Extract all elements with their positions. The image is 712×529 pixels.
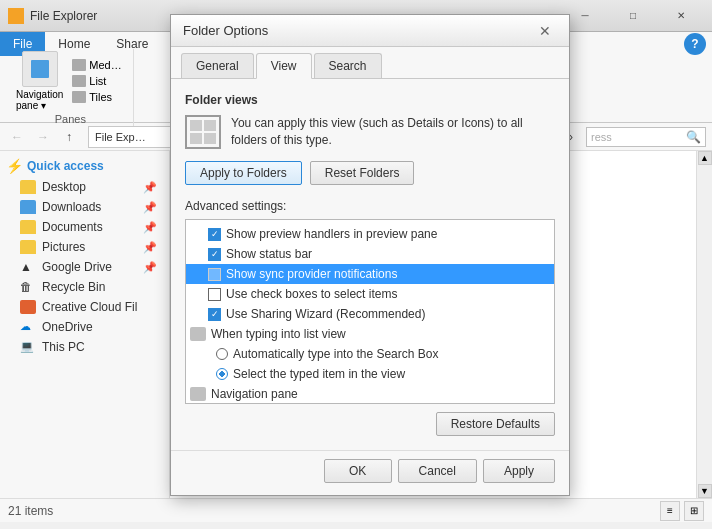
setting-label: Show status bar (226, 247, 312, 261)
radio-select-typed-item[interactable] (216, 368, 228, 380)
checkbox-show-status-bar[interactable] (208, 248, 221, 261)
radio-auto-type-search[interactable] (216, 348, 228, 360)
dialog-footer: OK Cancel Apply (171, 450, 569, 495)
setting-label: Show preview handlers in preview pane (226, 227, 437, 241)
folder-views-description: You can apply this view (such as Details… (231, 115, 555, 149)
sidebar-item-label: Pictures (42, 240, 85, 254)
sidebar-item-label: Documents (42, 220, 103, 234)
pictures-folder-icon (20, 240, 36, 254)
dialog-titlebar: Folder Options ✕ (171, 15, 569, 47)
setting-show-status-bar[interactable]: Show status bar (186, 244, 554, 264)
checkbox-use-checkboxes[interactable] (208, 288, 221, 301)
folder-view-buttons: Apply to Folders Reset Folders (185, 161, 555, 185)
tiles-btn[interactable]: Tiles (69, 90, 124, 104)
grid-cell-3 (190, 133, 202, 144)
up-button[interactable]: ↑ (58, 126, 80, 148)
setting-label: Select the typed item in the view (233, 367, 405, 381)
search-icon[interactable]: 🔍 (686, 130, 701, 144)
folder-views-icon (185, 115, 221, 149)
restore-row: Restore Defaults (185, 412, 555, 436)
sidebar-item-label: Recycle Bin (42, 280, 105, 294)
setting-show-sync-provider[interactable]: Show sync provider notifications (186, 264, 554, 284)
grid-cell-2 (204, 120, 216, 131)
preview-pane-label: Med… (89, 59, 121, 71)
sidebar-item-documents[interactable]: Documents 📌 (0, 217, 169, 237)
panes-label: Panes (49, 111, 92, 127)
setting-show-preview-handlers[interactable]: Show preview handlers in preview pane (186, 224, 554, 244)
search-placeholder: ress (591, 131, 686, 143)
sidebar-item-label: Desktop (42, 180, 86, 194)
apply-to-folders-button[interactable]: Apply to Folders (185, 161, 302, 185)
setting-use-checkboxes[interactable]: Use check boxes to select items (186, 284, 554, 304)
sidebar-item-creative-cloud[interactable]: Creative Cloud Fil (0, 297, 169, 317)
dialog-title: Folder Options (183, 23, 533, 38)
help-button[interactable]: ? (684, 33, 706, 55)
folder-views-title: Folder views (185, 93, 555, 107)
sidebar-item-desktop[interactable]: Desktop 📌 (0, 177, 169, 197)
setting-select-typed-item[interactable]: Select the typed item in the view (186, 364, 554, 384)
recycle-bin-icon: 🗑 (20, 280, 36, 294)
setting-auto-type-search[interactable]: Automatically type into the Search Box (186, 344, 554, 364)
desktop-folder-icon (20, 180, 36, 194)
tab-search[interactable]: Search (314, 53, 382, 78)
tab-general[interactable]: General (181, 53, 254, 78)
scroll-up-button[interactable]: ▲ (698, 151, 712, 165)
setting-label: Use check boxes to select items (226, 287, 397, 301)
quick-access-label: Quick access (27, 159, 104, 173)
folder-views-desc: You can apply this view (such as Details… (185, 115, 555, 149)
cancel-button[interactable]: Cancel (398, 459, 477, 483)
sidebar-item-recycle-bin[interactable]: 🗑 Recycle Bin (0, 277, 169, 297)
view-toggle: ≡ ⊞ (660, 501, 704, 521)
tab-view[interactable]: View (256, 53, 312, 79)
onedrive-icon: ☁ (20, 320, 36, 334)
sidebar-item-downloads[interactable]: Downloads 📌 (0, 197, 169, 217)
setting-label: Use Sharing Wizard (Recommended) (226, 307, 425, 321)
quick-access-header[interactable]: ⚡ Quick access (0, 155, 169, 177)
checkbox-show-sync-provider[interactable] (208, 268, 221, 281)
search-box[interactable]: ress 🔍 (586, 127, 706, 147)
pin-icon-documents: 📌 (143, 221, 157, 234)
dialog-close-button[interactable]: ✕ (533, 19, 557, 43)
sidebar-item-onedrive[interactable]: ☁ OneDrive (0, 317, 169, 337)
apply-button[interactable]: Apply (483, 459, 555, 483)
large-icons-button[interactable]: ⊞ (684, 501, 704, 521)
pin-icon-gdrive: 📌 (143, 261, 157, 274)
setting-use-sharing-wizard[interactable]: Use Sharing Wizard (Recommended) (186, 304, 554, 324)
address-text: File Exp… (95, 131, 146, 143)
panes-group: Navigationpane ▾ Med… List (8, 49, 134, 129)
details-pane-btn[interactable]: List (69, 74, 124, 88)
scroll-down-button[interactable]: ▼ (698, 484, 712, 498)
grid-cell-4 (204, 133, 216, 144)
sidebar: ⚡ Quick access Desktop 📌 Downloads 📌 Doc… (0, 151, 170, 498)
dialog-tabs: General View Search (171, 47, 569, 79)
status-bar: 21 items ≡ ⊞ (0, 498, 712, 522)
advanced-settings-list[interactable]: Show preview handlers in preview pane Sh… (185, 219, 555, 404)
checkbox-use-sharing-wizard[interactable] (208, 308, 221, 321)
back-button[interactable]: ← (6, 126, 28, 148)
setting-label: Navigation pane (211, 387, 298, 401)
tiles-label: Tiles (89, 91, 112, 103)
navigation-pane-label: Navigationpane ▾ (16, 89, 63, 111)
window-controls: ─ □ ✕ (562, 1, 704, 30)
forward-button[interactable]: → (32, 126, 54, 148)
setting-label: Automatically type into the Search Box (233, 347, 438, 361)
ok-button[interactable]: OK (324, 459, 392, 483)
setting-label: Show sync provider notifications (226, 267, 397, 281)
quick-access-icon: ⚡ (6, 158, 23, 174)
dialog-body: Folder views You can apply this view (su… (171, 79, 569, 450)
preview-pane-btn[interactable]: Med… (69, 58, 124, 72)
explorer-close-button[interactable]: ✕ (658, 1, 704, 30)
details-view-button[interactable]: ≡ (660, 501, 680, 521)
restore-defaults-button[interactable]: Restore Defaults (436, 412, 555, 436)
maximize-button[interactable]: □ (610, 1, 656, 30)
sidebar-item-label: This PC (42, 340, 85, 354)
checkbox-show-preview-handlers[interactable] (208, 228, 221, 241)
google-drive-icon: ▲ (20, 260, 36, 274)
reset-folders-button[interactable]: Reset Folders (310, 161, 415, 185)
sidebar-item-label: Google Drive (42, 260, 112, 274)
sidebar-item-this-pc[interactable]: 💻 This PC (0, 337, 169, 357)
scrollbar[interactable]: ▲ ▼ (696, 151, 712, 498)
sidebar-item-pictures[interactable]: Pictures 📌 (0, 237, 169, 257)
folder-options-dialog: Folder Options ✕ General View Search Fol… (170, 14, 570, 496)
sidebar-item-google-drive[interactable]: ▲ Google Drive 📌 (0, 257, 169, 277)
